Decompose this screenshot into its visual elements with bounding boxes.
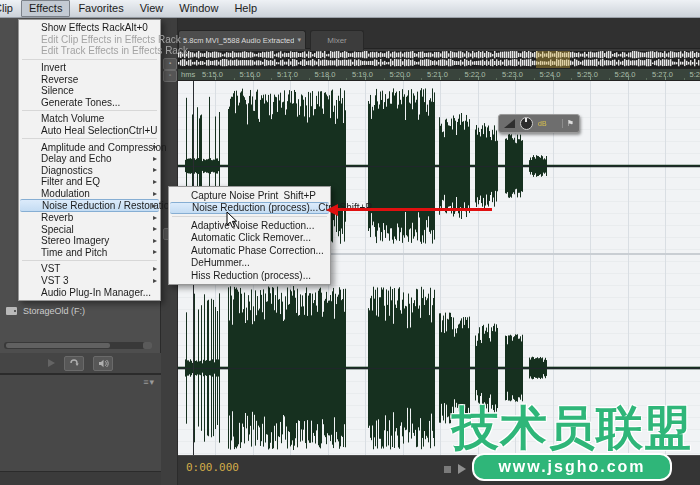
menu-item-silence[interactable]: Silence [19,85,160,97]
ruler-tick [478,76,479,80]
effects-menu: Show Effects RackAlt+0Edit Clip Effects … [18,19,161,301]
mixer-tab[interactable]: Mixer [310,30,364,50]
menu-item-dehummer[interactable]: DeHummer... [169,257,330,270]
menu-item-auto-heal-selection[interactable]: Auto Heal SelectionCtrl+U [19,125,160,137]
file-tab[interactable]: 5.8cm MVI_5588 Audio Extracted_4.wav ▾ [178,30,306,49]
menu-effects[interactable]: Effects [21,0,70,17]
play-icon[interactable] [48,359,55,367]
submenu-arrow-icon: ▸ [153,237,157,245]
menu-clip[interactable]: Clip [0,0,21,17]
ruler-minor-tick [346,78,347,80]
menu-item-label: Modulation [41,188,90,199]
loop-icon [69,359,80,368]
menu-item-modulation[interactable]: Modulation▸ [19,188,160,200]
menu-item-delay-and-echo[interactable]: Delay and Echo▸ [19,153,160,165]
menu-item-label: Noise Reduction (process)... [192,202,318,213]
submenu-arrow-icon: ▸ [153,190,157,198]
gain-knob[interactable] [520,117,533,130]
menu-item-noise-reduction-restoration[interactable]: Noise Reduction / Restoration▸ [20,199,159,212]
timeline-ruler[interactable]: hms5:15.05:16.05:17.05:18.05:19.05:20.05… [178,68,700,81]
ruler-tick [665,76,666,80]
menu-item-noise-reduction-process[interactable]: Noise Reduction (process)...Ctrl+Shift+P [170,202,329,215]
watermark-url: www.jsgho.com [472,453,672,481]
menu-item-label: Filter and EQ [41,176,100,187]
ruler-tick-label: 5:17.0 [277,70,298,79]
ruler-tick-label: 5:22.0 [465,70,486,79]
menu-item-label: Silence [41,85,74,96]
menu-item-match-volume[interactable]: Match Volume [19,113,160,125]
menu-separator [22,138,157,139]
menu-item-hiss-reduction-process[interactable]: Hiss Reduction (process)... [169,269,330,282]
gain-hud[interactable]: dB ⚑ [498,114,580,133]
ruler-tick-label: 5:21.0 [427,70,448,79]
stop-icon[interactable] [444,466,451,473]
ruler-minor-tick [309,78,310,80]
auto-play-button[interactable] [93,356,113,371]
menu-item-reverb[interactable]: Reverb▸ [19,212,160,224]
menu-item-invert[interactable]: Invert [19,62,160,74]
ruler-tick [590,76,591,80]
files-horizontal-scrollbar[interactable] [4,342,152,349]
tool-button-1[interactable]: ▪ [163,58,177,70]
menu-item-label: Audio Plug-In Manager... [41,287,151,298]
menu-item-capture-noise-print[interactable]: Capture Noise PrintShift+P [169,189,330,202]
submenu-arrow-icon: ▸ [153,155,157,163]
gain-db-label: dB [538,120,547,127]
loop-playback-button[interactable] [64,356,84,371]
scrollbar-thumb[interactable] [6,343,110,348]
submenu-arrow-icon: ▸ [153,166,157,174]
timecode-display: 0:00.000 [186,461,239,474]
files-panel-drive-row[interactable]: StorageOld (F:) [6,306,85,316]
menu-item-label: Automatic Phase Correction... [191,245,324,256]
menu-item-automatic-phase-correction[interactable]: Automatic Phase Correction... [169,244,330,257]
ruler-minor-tick [646,78,647,80]
menu-window[interactable]: Window [171,0,226,17]
panel-menu-icon[interactable]: ≡▾ [143,377,155,387]
menu-view[interactable]: View [132,0,172,17]
menu-item-label: Automatic Click Remover... [191,232,311,243]
menu-item-label: Generate Tones... [41,97,120,108]
menu-favorites[interactable]: Favorites [70,0,131,17]
menu-bar: ClipEffectsFavoritesViewWindowHelp [0,0,700,18]
ruler-minor-tick [684,78,685,80]
menu-item-diagnostics[interactable]: Diagnostics▸ [19,165,160,177]
menu-item-vst-3[interactable]: VST 3▸ [19,275,160,287]
ruler-format-label: hms [181,70,195,79]
submenu-arrow-icon: ▸ [152,202,156,210]
ruler-minor-tick [496,78,497,80]
submenu-arrow-icon: ▸ [153,178,157,186]
menu-item-special[interactable]: Special▸ [19,223,160,235]
ruler-minor-tick [609,78,610,80]
menu-item-label: Reverb [41,212,73,223]
menu-help[interactable]: Help [226,0,265,17]
menu-separator [22,59,157,60]
ruler-minor-tick [534,78,535,80]
ruler-tick [253,76,254,80]
scrollbar-end-button[interactable] [143,342,152,349]
menu-item-filter-and-eq[interactable]: Filter and EQ▸ [19,176,160,188]
ruler-tick-label: 5:16.0 [240,70,261,79]
menu-item-reverse[interactable]: Reverse [19,73,160,85]
ruler-tick-label: 5:23.0 [502,70,523,79]
menu-separator [172,216,327,217]
waveform-overview-navigator[interactable] [178,51,700,68]
menu-item-time-and-pitch[interactable]: Time and Pitch▸ [19,247,160,259]
tool-button-2[interactable]: ▫ [163,70,177,82]
menu-item-generate-tones[interactable]: Generate Tones... [19,97,160,109]
menu-item-show-effects-rack[interactable]: Show Effects RackAlt+0 [19,22,160,34]
menu-item-audio-plug-in-manager[interactable]: Audio Plug-In Manager... [19,286,160,298]
menu-separator [22,110,157,111]
menu-item-adaptive-noise-reduction[interactable]: Adaptive Noise Reduction... [169,219,330,232]
tab-dropdown-icon[interactable]: ▾ [297,36,301,44]
fade-icon[interactable] [504,119,515,128]
ruler-tick-label: 5:26.0 [615,70,636,79]
menu-item-automatic-click-remover[interactable]: Automatic Click Remover... [169,232,330,245]
ruler-tick [290,76,291,80]
drive-label: StorageOld (F:) [23,306,85,316]
menu-item-stereo-imagery[interactable]: Stereo Imagery▸ [19,235,160,247]
menu-item-vst[interactable]: VST▸ [19,263,160,275]
ruler-tick [440,76,441,80]
menu-separator [22,260,157,261]
hud-flag-icon[interactable]: ⚑ [562,119,574,128]
menu-item-amplitude-and-compression[interactable]: Amplitude and Compression▸ [19,141,160,153]
